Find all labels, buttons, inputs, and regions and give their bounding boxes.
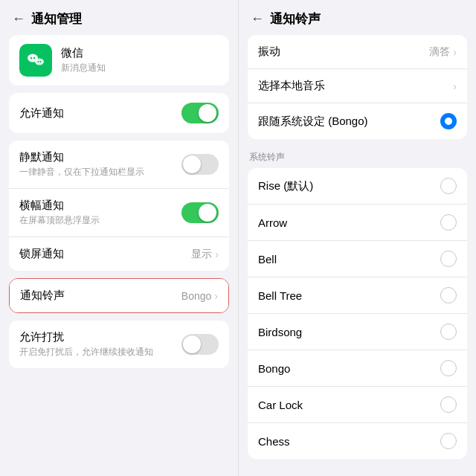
- disturb-knob: [183, 335, 201, 353]
- system-bongo-row[interactable]: 跟随系统设定 (Bongo): [248, 103, 467, 139]
- vibrate-label: 振动: [258, 45, 280, 59]
- ringtone-item[interactable]: Birdsong: [248, 314, 467, 350]
- wechat-info: 微信 新消息通知: [61, 46, 106, 74]
- ringtone-item-name: Bell Tree: [258, 289, 302, 302]
- silent-knob: [183, 155, 201, 173]
- ringtone-radio[interactable]: [440, 251, 457, 267]
- ringtone-radio[interactable]: [440, 360, 457, 376]
- ringtones-list: Rise (默认)ArrowBellBell TreeBirdsongBongo…: [248, 168, 467, 459]
- ringtone-row[interactable]: 通知铃声 Bongo ›: [10, 279, 228, 312]
- ringtone-radio[interactable]: [440, 214, 457, 231]
- banner-label: 横幅通知: [19, 199, 100, 213]
- banner-sub: 在屏幕顶部悬浮显示: [19, 214, 100, 227]
- ringtone-radio[interactable]: [440, 324, 457, 340]
- ringtone-item[interactable]: Bongo: [248, 350, 467, 387]
- ringtone-item-name: Rise (默认): [258, 179, 313, 193]
- system-bongo-radio[interactable]: [440, 113, 457, 129]
- local-music-label: 选择本地音乐: [258, 79, 325, 93]
- ringtone-item[interactable]: Bell Tree: [248, 277, 467, 314]
- right-panel: ← 通知铃声 振动 滴答 › 选择本地音乐 › 跟随系统设定 (Bongo) 系…: [238, 0, 476, 476]
- banner-knob: [199, 204, 216, 222]
- ringtone-radio[interactable]: [440, 433, 457, 449]
- disturb-section: 允许打扰 开启免打扰后，允许继续接收通知: [9, 321, 229, 368]
- disturb-row[interactable]: 允许打扰 开启免打扰后，允许继续接收通知: [9, 321, 229, 368]
- svg-point-2: [33, 57, 35, 59]
- ringtone-item[interactable]: Bell: [248, 241, 467, 277]
- lockscreen-label: 锁屏通知: [19, 247, 64, 261]
- silent-toggle[interactable]: [181, 154, 219, 175]
- allow-notify-toggle[interactable]: [181, 103, 219, 123]
- wechat-subtitle: 新消息通知: [61, 62, 106, 74]
- ringtone-item[interactable]: Arrow: [248, 205, 467, 241]
- ringtone-radio[interactable]: [440, 287, 457, 303]
- wechat-card: 微信 新消息通知: [9, 35, 229, 86]
- left-header: ← 通知管理: [0, 0, 238, 35]
- disturb-label: 允许打扰: [19, 330, 153, 344]
- local-music-row[interactable]: 选择本地音乐 ›: [248, 69, 467, 103]
- allow-notify-label: 允许通知: [19, 106, 64, 120]
- lockscreen-value: 显示 ›: [191, 248, 219, 261]
- ringtone-item[interactable]: Rise (默认): [248, 168, 467, 205]
- vibrate-row[interactable]: 振动 滴答 ›: [248, 35, 467, 69]
- ringtone-value: Bongo ›: [181, 290, 218, 302]
- left-title: 通知管理: [31, 10, 82, 28]
- vibrate-value: 滴答 ›: [429, 45, 457, 59]
- svg-point-4: [38, 61, 39, 62]
- wechat-name: 微信: [61, 46, 106, 60]
- silent-sub: 一律静音，仅在下拉通知栏显示: [19, 166, 144, 178]
- ringtone-item-name: Arrow: [258, 216, 287, 229]
- ringtone-section[interactable]: 通知铃声 Bongo ›: [9, 278, 229, 313]
- allow-notify-knob: [199, 104, 216, 122]
- ringtone-chevron: ›: [214, 290, 218, 302]
- silent-banner-section: 静默通知 一律静音，仅在下拉通知栏显示 横幅通知 在屏幕顶部悬浮显示 锁屏通知 …: [9, 141, 229, 271]
- silent-row[interactable]: 静默通知 一律静音，仅在下拉通知栏显示: [9, 141, 229, 189]
- banner-toggle[interactable]: [181, 202, 219, 223]
- ringtone-label: 通知铃声: [20, 289, 65, 303]
- silent-label: 静默通知: [19, 150, 144, 164]
- ringtone-radio[interactable]: [440, 178, 457, 194]
- ringtone-item[interactable]: Car Lock: [248, 387, 467, 423]
- right-header: ← 通知铃声: [239, 0, 476, 35]
- right-title: 通知铃声: [270, 10, 321, 28]
- allow-notify-section: 允许通知: [9, 93, 229, 133]
- ringtone-item-name: Birdsong: [258, 326, 302, 338]
- disturb-toggle[interactable]: [181, 334, 219, 355]
- left-back-button[interactable]: ←: [12, 11, 25, 27]
- lockscreen-chevron: ›: [215, 248, 219, 260]
- svg-point-1: [30, 57, 32, 59]
- ringtone-item-name: Chess: [258, 435, 290, 448]
- svg-point-5: [40, 61, 42, 62]
- disturb-sub: 开启免打扰后，允许继续接收通知: [19, 346, 153, 358]
- banner-row[interactable]: 横幅通知 在屏幕顶部悬浮显示: [9, 189, 229, 237]
- allow-notify-row[interactable]: 允许通知: [9, 93, 229, 133]
- vibrate-chevron: ›: [453, 46, 457, 58]
- system-bongo-label: 跟随系统设定 (Bongo): [258, 115, 368, 129]
- right-back-button[interactable]: ←: [251, 11, 264, 27]
- right-top-options: 振动 滴答 › 选择本地音乐 › 跟随系统设定 (Bongo): [248, 35, 467, 139]
- lockscreen-row[interactable]: 锁屏通知 显示 ›: [9, 237, 229, 271]
- ringtone-item[interactable]: Chess: [248, 423, 467, 459]
- left-panel: ← 通知管理 微信 新消息通知 允许通知: [0, 0, 238, 476]
- svg-point-3: [35, 59, 44, 65]
- ringtone-item-name: Bongo: [258, 362, 290, 375]
- ringtone-item-name: Car Lock: [258, 399, 303, 411]
- local-music-chevron: ›: [453, 80, 457, 92]
- ringtone-radio[interactable]: [440, 396, 457, 413]
- system-ringtones-label: 系统铃声: [239, 147, 476, 168]
- ringtone-item-name: Bell: [258, 253, 277, 266]
- wechat-icon: [19, 44, 52, 77]
